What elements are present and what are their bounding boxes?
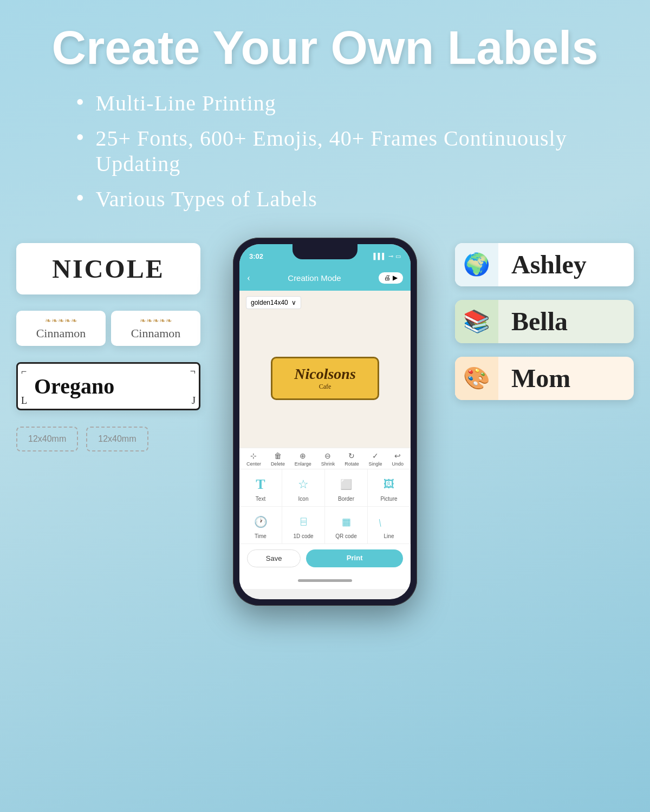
print-button[interactable]: Print	[306, 549, 403, 567]
nicole-text: NICOLE	[38, 254, 179, 284]
save-print-bar: Save Print	[239, 544, 411, 573]
bella-card: 📚 Bella	[455, 300, 634, 343]
border-label: Border	[338, 496, 354, 502]
tool-1dcode[interactable]: ⌸ 1D code	[282, 507, 325, 544]
qrcode-label: QR code	[335, 533, 356, 539]
oregano-label: ⌐ ¬ L J Oregano	[16, 362, 200, 410]
page-title: Create Your Own Labels	[32, 22, 618, 74]
line-icon: /	[375, 508, 402, 535]
battery-icon: ▭	[395, 253, 401, 260]
cinnamon-ornament-2: ❧❧❧❧❧	[122, 316, 190, 325]
1dcode-label: 1D code	[293, 533, 313, 539]
rotate-label: Rotate	[344, 461, 359, 467]
toolbar-rotate[interactable]: ↻ Rotate	[344, 451, 359, 467]
feature-item-3: Various Types of Labels	[76, 186, 618, 212]
app-header: ‹ Creation Mode 🖨 ▶	[239, 266, 411, 291]
back-button[interactable]: ‹	[247, 272, 250, 284]
palette-icon: 🎨	[463, 365, 490, 391]
toolbar-center[interactable]: ⊹ Center	[246, 451, 261, 467]
tape-dropdown[interactable]: golden14x40 ∨	[246, 296, 301, 309]
small-label-2: 12x40mm	[86, 427, 148, 451]
wifi-icon: ⊸	[388, 253, 393, 260]
barcode-icon: ⌸	[294, 512, 313, 532]
bella-text: Bella	[511, 306, 568, 336]
feature-item-1: Multi-Line Printing	[76, 90, 618, 116]
single-label: Single	[369, 461, 382, 467]
shrink-label: Shrink	[321, 461, 335, 467]
feature-item-2: 25+ Fonts, 600+ Emojis, 40+ Frames Conti…	[76, 126, 618, 176]
small-label-text-2: 12x40mm	[98, 434, 136, 444]
app-title: Creation Mode	[288, 273, 341, 283]
tool-qrcode[interactable]: ▦ QR code	[325, 507, 368, 544]
home-indicator	[239, 573, 411, 589]
toolbar: ⊹ Center 🗑 Delete ⊕ Enlarge ⊖ Shrink	[239, 448, 411, 469]
mom-text: Mom	[511, 363, 570, 393]
signal-icon: ▌▌▌	[374, 253, 386, 259]
text-icon: T	[251, 475, 270, 494]
mom-card: 🎨 Mom	[455, 357, 634, 400]
status-time: 3:02	[249, 252, 263, 260]
header-section: Create Your Own Labels Multi-Line Printi…	[0, 0, 650, 232]
shrink-icon: ⊖	[324, 451, 331, 460]
mom-icon-box: 🎨	[455, 357, 498, 400]
left-labels-section: NICOLE ❧❧❧❧❧ Cinnamon ❧❧❧❧❧ Cinnamon ⌐ ¬…	[16, 243, 200, 451]
icon-icon: ☆	[294, 475, 313, 494]
time-label: Time	[255, 533, 266, 539]
oregano-corner-tl: ⌐	[21, 366, 27, 377]
bella-text-box: Bella	[498, 306, 634, 336]
nicolsons-label: Nicolsons Cafe	[271, 357, 379, 400]
books-icon: 📚	[463, 309, 490, 334]
small-labels-row: 12x40mm 12x40mm	[16, 427, 200, 451]
ashley-icon-box: 🌍	[455, 243, 498, 286]
phone-mockup: 3:02 ▌▌▌ ⊸ ▭ ‹ Creation Mode 🖨 ▶	[233, 238, 417, 606]
border-icon: ⬜	[336, 475, 356, 494]
tool-line[interactable]: / Line	[368, 507, 411, 544]
nicole-label: NICOLE	[16, 243, 200, 294]
tool-picture[interactable]: 🖼 Picture	[368, 469, 411, 507]
feature-list: Multi-Line Printing 25+ Fonts, 600+ Emoj…	[32, 90, 618, 212]
center-icon: ⊹	[250, 451, 257, 460]
tool-time[interactable]: 🕐 Time	[239, 507, 282, 544]
time-icon: 🕐	[251, 512, 270, 532]
toolbar-enlarge[interactable]: ⊕ Enlarge	[295, 451, 311, 467]
home-bar	[298, 579, 352, 582]
oregano-corner-br: J	[192, 395, 196, 407]
tool-text[interactable]: T Text	[239, 469, 282, 507]
label-preview-area: Nicolsons Cafe	[246, 315, 404, 442]
content-area: NICOLE ❧❧❧❧❧ Cinnamon ❧❧❧❧❧ Cinnamon ⌐ ¬…	[0, 232, 650, 801]
undo-label: Undo	[392, 461, 404, 467]
single-icon: ✓	[372, 451, 379, 460]
ashley-card: 🌍 Ashley	[455, 243, 634, 286]
dropdown-value: golden14x40	[251, 299, 288, 306]
small-label-text-1: 12x40mm	[28, 434, 66, 444]
phone-screen: 3:02 ▌▌▌ ⊸ ▭ ‹ Creation Mode 🖨 ▶	[239, 244, 411, 599]
tool-border[interactable]: ⬜ Border	[325, 469, 368, 507]
cinnamon-text-1: Cinnamon	[27, 326, 95, 340]
cinnamon-label-1: ❧❧❧❧❧ Cinnamon	[16, 311, 106, 346]
right-labels-section: 🌍 Ashley 📚 Bella 🎨 Mom	[455, 243, 634, 400]
toolbar-delete[interactable]: 🗑 Delete	[271, 451, 285, 467]
picture-label: Picture	[380, 496, 397, 502]
toolbar-single[interactable]: ✓ Single	[369, 451, 382, 467]
toolbar-shrink[interactable]: ⊖ Shrink	[321, 451, 335, 467]
toolbar-undo[interactable]: ↩ Undo	[392, 451, 404, 467]
app-content: golden14x40 ∨ Nicolsons Cafe	[239, 291, 411, 448]
cinnamon-text-2: Cinnamon	[122, 326, 190, 340]
oregano-corner-bl: L	[21, 395, 27, 407]
delete-label: Delete	[271, 461, 285, 467]
tool-icon[interactable]: ☆ Icon	[282, 469, 325, 507]
print-mode-button[interactable]: 🖨 ▶	[379, 272, 403, 284]
status-icons: ▌▌▌ ⊸ ▭	[374, 253, 401, 260]
small-label-1: 12x40mm	[16, 427, 78, 451]
cinnamon-ornament-1: ❧❧❧❧❧	[27, 316, 95, 325]
chevron-down-icon: ∨	[291, 299, 296, 306]
print-btn-arrow: ▶	[393, 274, 398, 282]
center-label: Center	[246, 461, 261, 467]
rotate-icon: ↻	[348, 451, 355, 460]
text-label: Text	[256, 496, 265, 502]
dropdown-bar: golden14x40 ∨	[246, 296, 404, 309]
bella-icon-box: 📚	[455, 300, 498, 343]
oregano-corner-tr: ¬	[190, 366, 196, 377]
picture-icon: 🖼	[379, 475, 399, 494]
save-button[interactable]: Save	[247, 549, 301, 567]
